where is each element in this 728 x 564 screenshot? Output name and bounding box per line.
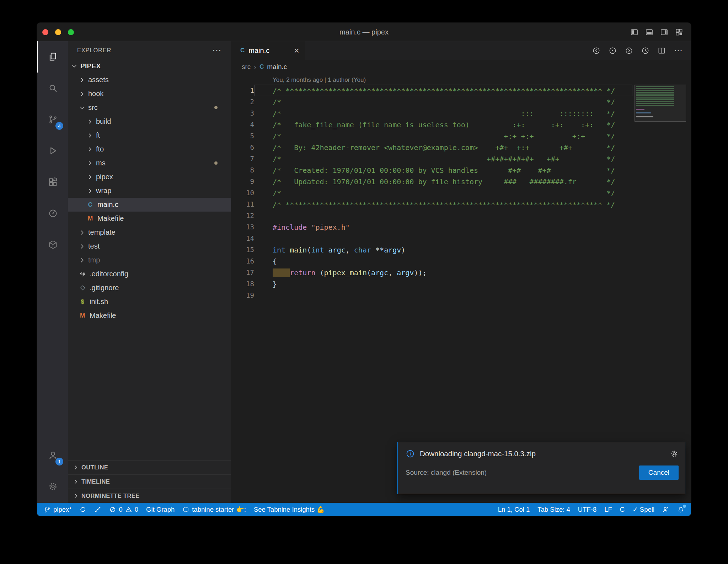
code-line-17[interactable]: 17 return (pipex_main(argc, argv));: [231, 267, 632, 278]
tree-item-ms[interactable]: ms: [68, 156, 231, 170]
chevron-right-icon: [87, 174, 93, 180]
tree-item-label: src: [88, 103, 98, 112]
code-token: char: [354, 246, 371, 254]
activity-bar-item-package[interactable]: [37, 229, 68, 260]
sidebar-panel-norminette-tree[interactable]: NORMINETTE TREE: [68, 489, 231, 503]
status-item-notifications-bell[interactable]: [673, 503, 688, 516]
code-line-2[interactable]: 2/* */: [231, 96, 632, 107]
activity-bar-item-settings[interactable]: [37, 471, 68, 502]
code-line-16[interactable]: 16{: [231, 255, 632, 267]
code-line-14[interactable]: 14: [231, 233, 632, 244]
window-title: main.c — pipex: [339, 23, 389, 41]
status-item-problems[interactable]: 00: [105, 503, 142, 516]
code-token: argv: [384, 246, 401, 254]
activity-bar-item-explorer[interactable]: [37, 41, 68, 73]
layout-grid-icon[interactable]: [675, 28, 683, 36]
activity-bar-item-run-debug[interactable]: [37, 135, 68, 166]
close-tab-icon[interactable]: ×: [294, 47, 299, 54]
panel-bottom-icon[interactable]: [645, 28, 653, 36]
status-item-encoding[interactable]: UTF-8: [574, 503, 600, 516]
tree-item-src[interactable]: src: [68, 101, 231, 115]
activity-bar-item-source-control[interactable]: 4: [37, 104, 68, 135]
nav-forward-icon[interactable]: [625, 47, 633, 55]
code-line-11[interactable]: 11/* ***********************************…: [231, 198, 632, 210]
more-actions-icon[interactable]: ⋯: [674, 46, 682, 55]
explorer-root-pipex[interactable]: PIPEX: [68, 59, 231, 73]
tree-item-template[interactable]: template: [68, 225, 231, 239]
notification-title: Downloading clangd-mac-15.0.3.zip: [420, 449, 536, 458]
sidebar-panel-timeline[interactable]: TIMELINE: [68, 474, 231, 489]
minimize-window-button[interactable]: [55, 29, 61, 35]
nav-back-icon[interactable]: [592, 47, 600, 55]
activity-bar-item-gauge[interactable]: [37, 198, 68, 229]
person-icon: [662, 506, 669, 513]
tree-item-ft[interactable]: ft: [68, 128, 231, 142]
tree-item-wrap[interactable]: wrap: [68, 184, 231, 198]
nav-circle-icon[interactable]: [609, 47, 617, 55]
activity-bar-item-account[interactable]: 1: [37, 440, 68, 471]
notification-settings-icon[interactable]: [670, 449, 679, 458]
tree-item-build[interactable]: build: [68, 115, 231, 128]
tree-item-main.c[interactable]: Cmain.c: [68, 198, 231, 212]
code-line-8[interactable]: 8/* Created: 1970/01/01 00:00:00 by VCS …: [231, 164, 632, 176]
code-line-3[interactable]: 3/* ::: :::::::: */: [231, 107, 632, 119]
status-item-tabnine[interactable]: tabnine starter 👉:: [178, 503, 250, 516]
tree-item-test[interactable]: test: [68, 239, 231, 253]
code-line-18[interactable]: 18}: [231, 278, 632, 289]
status-item-sync[interactable]: [75, 503, 90, 516]
tree-item-pipex[interactable]: pipex: [68, 170, 231, 184]
status-item-tabnine-insights[interactable]: See Tabnine Insights 💪: [250, 503, 329, 516]
status-item-git-graph[interactable]: Git Graph: [142, 503, 178, 516]
code-area[interactable]: 1/* ************************************…: [231, 85, 632, 301]
panel-left-icon[interactable]: [630, 28, 638, 36]
status-item-indentation[interactable]: Tab Size: 4: [534, 503, 574, 516]
timeline-icon[interactable]: [641, 47, 649, 55]
sidebar-panel-outline[interactable]: OUTLINE: [68, 460, 231, 474]
tree-item-hook[interactable]: hook: [68, 87, 231, 101]
code-line-7[interactable]: 7/* +#+#+#+#+#+ +#+ */: [231, 153, 632, 164]
code-line-12[interactable]: 12: [231, 210, 632, 221]
code-line-1[interactable]: 1/* ************************************…: [231, 85, 632, 96]
status-item-feedback[interactable]: [658, 503, 673, 516]
split-editor-icon[interactable]: [658, 47, 666, 55]
tree-item-makefile[interactable]: MMakefile: [68, 212, 231, 225]
code-line-10[interactable]: 10/* */: [231, 187, 632, 198]
minimap-slider[interactable]: [635, 85, 686, 122]
code-line-6[interactable]: 6/* By: 42header-remover <whatever@examp…: [231, 142, 632, 153]
code-line-content: [254, 233, 632, 244]
tree-item-fto[interactable]: fto: [68, 142, 231, 156]
tree-item-makefile[interactable]: MMakefile: [68, 309, 231, 323]
tree-item-tmp[interactable]: tmp: [68, 253, 231, 267]
tree-item-assets[interactable]: assets: [68, 73, 231, 87]
activity-bar-item-extensions[interactable]: [37, 166, 68, 198]
code-line-5[interactable]: 5/* +:+ +:+ +:+ */: [231, 130, 632, 142]
code-line-13[interactable]: 13#include "pipex.h": [231, 221, 632, 233]
panel-right-icon[interactable]: [660, 28, 668, 36]
status-item-eol[interactable]: LF: [600, 503, 616, 516]
status-item-spell-checker[interactable]: ✓ Spell: [628, 503, 658, 516]
activity-bar: 4 1: [37, 41, 68, 503]
status-item-language-mode[interactable]: C: [616, 503, 628, 516]
tree-item-.gitignore[interactable]: .gitignore: [68, 281, 231, 295]
code-line-content: /* Created: 1970/01/01 00:00:00 by VCS h…: [254, 164, 632, 176]
status-item-git-graph-icon[interactable]: [90, 503, 105, 516]
breadcrumb-file[interactable]: main.c: [267, 63, 287, 71]
activity-bar-item-search[interactable]: [37, 73, 68, 104]
more-actions-icon[interactable]: ⋯: [212, 47, 222, 54]
status-item-cursor-position[interactable]: Ln 1, Col 1: [494, 503, 534, 516]
status-item-branch-status[interactable]: pipex*: [40, 503, 75, 516]
close-window-button[interactable]: [42, 29, 48, 35]
maximize-window-button[interactable]: [68, 29, 74, 35]
tree-item-init.sh[interactable]: $init.sh: [68, 295, 231, 309]
minimap[interactable]: [636, 86, 685, 122]
tab-main-c[interactable]: C main.c ×: [231, 41, 305, 60]
tree-item-.editorconfig[interactable]: .editorconfig: [68, 267, 231, 281]
cancel-button[interactable]: Cancel: [639, 465, 679, 480]
code-line-4[interactable]: 4/* fake_file_name (file name is useless…: [231, 119, 632, 130]
code-line-19[interactable]: 19: [231, 289, 632, 301]
breadcrumb-folder[interactable]: src: [242, 63, 251, 71]
code-line-15[interactable]: 15int main(int argc, char **argv): [231, 244, 632, 255]
code-line-9[interactable]: 9/* Updated: 1970/01/01 00:00:00 by file…: [231, 176, 632, 187]
code-token: int: [311, 246, 324, 254]
codelens-blame[interactable]: You, 2 months ago | 1 author (You): [273, 76, 366, 84]
